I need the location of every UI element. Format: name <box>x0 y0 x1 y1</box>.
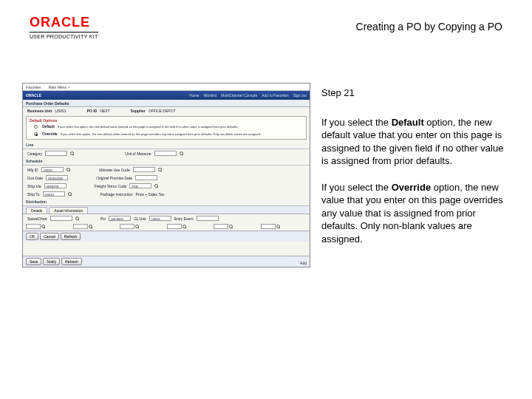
ss-bu-label: Business Unit <box>27 109 52 113</box>
step-label: Step 21 <box>321 86 505 100</box>
ss-header-links: Home Worklist MultiChannel Console Add t… <box>189 93 307 98</box>
ss-freight-label: Freight Terms Code <box>95 184 127 188</box>
ok-button: OK <box>26 233 38 240</box>
oracle-wordmark: ORACLE <box>26 93 41 98</box>
text: If you select the <box>321 117 392 128</box>
ss-tab-item: Favorites <box>26 85 41 89</box>
ss-grid-row <box>23 222 310 231</box>
ss-link: MultiChannel Console <box>221 93 257 98</box>
search-icon <box>75 216 80 221</box>
ss-override-radio-label: Override <box>42 132 58 136</box>
page-title: Creating a PO by Copying a PO <box>356 21 502 33</box>
ss-grid-input <box>120 224 134 229</box>
ss-button-row: OK Cancel Refresh <box>23 231 310 242</box>
ss-sched-row: Due Date 03/04/2009 Original Promise Dat… <box>23 174 310 182</box>
ss-tab-asset: Asset Information <box>49 207 88 214</box>
ss-app-header: ORACLE Home Worklist MultiChannel Consol… <box>23 91 310 100</box>
ss-pct-input: 100.0000 <box>109 216 131 221</box>
ss-freight-input: FOB <box>129 183 151 188</box>
ss-bu-value: US001 <box>55 109 66 113</box>
default-keyword: Default <box>392 117 424 128</box>
ss-category-label: Category <box>27 151 42 156</box>
search-icon <box>229 225 233 229</box>
radio-icon <box>34 125 38 129</box>
ss-grid-input <box>167 224 182 229</box>
override-keyword: Override <box>392 182 431 193</box>
add-button: 📄 Add <box>295 261 307 265</box>
search-icon <box>66 168 71 172</box>
ss-uom-label: Unit of Measure <box>125 151 151 156</box>
ss-poid-value: NEXT <box>100 109 109 113</box>
ss-line-header: Line <box>23 141 310 149</box>
ss-sched-row: Mfg ID US001 Ultimate Use Code <box>23 166 310 174</box>
search-icon <box>70 151 75 156</box>
ss-origprom-label: Original Promise Date <box>96 176 132 180</box>
search-icon <box>158 168 163 172</box>
ss-ultimate-label: Ultimate Use Code <box>99 168 130 172</box>
ss-page-title: Purchase Order Defaults <box>23 100 310 107</box>
ss-line-row: Category Unit of Measure <box>23 149 310 157</box>
cancel-button: Cancel <box>40 233 59 240</box>
ss-link: Sign out <box>293 93 307 98</box>
ss-mfg-input: US001 <box>41 167 64 172</box>
ss-speedchart-label: SpeedChart <box>27 216 47 221</box>
instruction-paragraph-1: If you select the Default option, the ne… <box>321 116 505 168</box>
search-icon <box>154 184 159 188</box>
product-name: USER PRODUCTIVITY KIT <box>30 32 98 39</box>
ss-distribution-header: Distribution <box>23 198 310 206</box>
ss-category-input <box>45 151 67 156</box>
ss-origprom-input <box>135 175 157 180</box>
instruction-paragraph-2: If you select the Override option, the n… <box>321 181 505 246</box>
ss-footer: Save Notify Refresh 📄 Add <box>23 256 310 267</box>
notify-button: Notify <box>43 258 60 265</box>
ss-duedate-label: Due Date <box>27 176 43 180</box>
search-icon <box>180 151 184 156</box>
ss-tab-row: Details Asset Information <box>23 206 310 214</box>
ss-sched-row: Ship To US013 Package Instruction Price … <box>23 190 310 198</box>
ss-shipvia-input: VENDOR <box>44 183 66 188</box>
ss-duedate-input: 03/04/2009 <box>46 175 68 180</box>
ss-ultimate-input <box>133 167 155 172</box>
ss-dist-row: SpeedChart Pct 100.0000 GL Unit US001 En… <box>23 214 310 222</box>
ss-speedchart-input <box>50 216 72 221</box>
instruction-panel: Step 21 If you select the Default option… <box>321 86 505 259</box>
ss-default-options-box: Default Options Default If you select th… <box>26 116 307 140</box>
save-button: Save <box>26 258 41 265</box>
search-icon <box>89 225 93 229</box>
ss-link: Add to Favorites <box>262 93 288 98</box>
refresh-button: Refresh <box>61 233 81 240</box>
ss-pkg-value: Price + Sales Tax <box>136 192 165 197</box>
ss-pkg-label: Package Instruction <box>100 192 133 197</box>
ss-glunit-label: GL Unit <box>134 216 146 221</box>
ss-tab-details: Details <box>26 207 47 214</box>
ss-pct-label: Pct <box>100 216 106 221</box>
oracle-wordmark: ORACLE <box>30 15 98 30</box>
ss-sched-row: Ship Via VENDOR Freight Terms Code FOB <box>23 182 310 190</box>
text: If you select the <box>321 182 392 193</box>
ss-link: Worklist <box>204 93 217 98</box>
ss-link: Home <box>189 93 199 98</box>
ss-tab-item: Main Menu > <box>49 85 70 89</box>
search-icon <box>41 225 46 229</box>
ss-radio-row: Override If you select this option, the … <box>30 130 303 137</box>
ss-uom-input <box>154 151 177 156</box>
search-icon <box>135 225 140 229</box>
brand-logo: ORACLE USER PRODUCTIVITY KIT <box>30 15 98 39</box>
ss-schedule-header: Schedule <box>23 157 310 166</box>
ss-supplier-label: Supplier <box>131 109 146 113</box>
ss-grid-input <box>26 224 41 229</box>
search-icon <box>183 225 187 229</box>
ss-override-radio-desc: If you select this option, the new defau… <box>61 132 299 136</box>
search-icon <box>276 225 281 229</box>
ss-supplier-value: OFFICE DEPOT <box>149 109 176 113</box>
ss-mfg-label: Mfg ID <box>27 168 38 172</box>
ss-shipto-label: Ship To <box>27 192 40 197</box>
embedded-screenshot: Favorites Main Menu > ORACLE Home Workli… <box>22 83 310 267</box>
ss-grid-input <box>261 224 276 229</box>
ss-poid-label: PO ID <box>87 109 98 113</box>
ss-default-radio-desc: If you select this option, the new defau… <box>58 125 299 129</box>
ss-grid-input <box>73 224 88 229</box>
ss-shipto-input: US013 <box>43 191 65 197</box>
ss-info-row: Business Unit US001 PO ID NEXT Supplier … <box>23 107 310 115</box>
refresh-button: Refresh <box>61 258 82 265</box>
